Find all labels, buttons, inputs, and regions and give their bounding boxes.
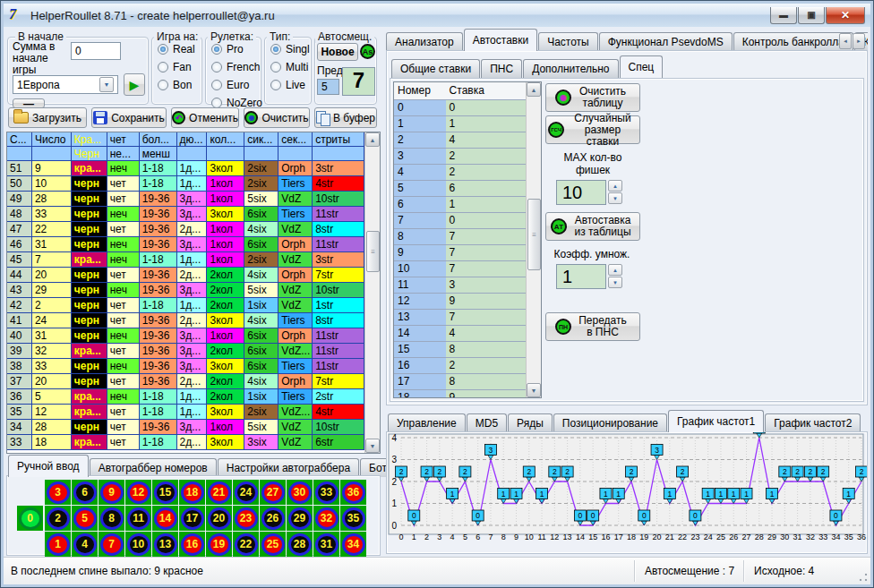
tab-позиционирование[interactable]: Позиционирование bbox=[553, 413, 667, 432]
table-cell[interactable]: 3str bbox=[313, 161, 364, 176]
table-cell[interactable]: 6six bbox=[244, 328, 278, 344]
roulette-number-30[interactable]: 30 bbox=[287, 480, 313, 505]
spins-scrollbar[interactable]: ▲ ≡ ▼ bbox=[364, 132, 380, 453]
table-cell[interactable]: 7str bbox=[313, 374, 364, 389]
tab-ручной-ввод[interactable]: Ручной ввод bbox=[8, 455, 89, 477]
table-cell[interactable]: 5six bbox=[244, 283, 278, 298]
table-cell[interactable]: 33 bbox=[32, 359, 72, 374]
table-cell[interactable]: 2six bbox=[244, 405, 278, 420]
table-cell[interactable]: 38 bbox=[7, 359, 32, 374]
subtab-дополнительно[interactable]: Дополнительно bbox=[523, 59, 618, 78]
table-cell[interactable]: 2д... bbox=[177, 313, 208, 328]
table-row[interactable]: 3932кра...чет19-363д...2кол6sixVdZ...11s… bbox=[7, 344, 364, 359]
table-cell[interactable]: 19-36 bbox=[140, 192, 177, 207]
bet-value-cell[interactable]: 0 bbox=[446, 100, 526, 115]
table-cell[interactable]: Orph bbox=[278, 237, 313, 252]
table-cell[interactable]: 2д... bbox=[177, 222, 208, 237]
roulette-number-34[interactable]: 34 bbox=[340, 532, 366, 557]
table-row[interactable]: 4928чернчет19-363д...1кол5sixVdZ10str bbox=[7, 192, 364, 207]
scroll-down-icon[interactable]: ▼ bbox=[527, 383, 541, 397]
roulette-number-12[interactable]: 12 bbox=[125, 480, 151, 505]
table-cell[interactable]: 7str bbox=[313, 268, 364, 283]
table-cell[interactable]: 43 bbox=[7, 283, 32, 298]
table-cell[interactable]: черн bbox=[72, 313, 107, 328]
roulette-number-35[interactable]: 35 bbox=[340, 506, 366, 531]
bet-value-cell[interactable]: 0 bbox=[446, 213, 526, 228]
table-cell[interactable]: 1-18 bbox=[140, 161, 177, 176]
radio-roulette-euro[interactable]: Euro bbox=[211, 79, 261, 91]
table-cell[interactable]: 2кол bbox=[207, 389, 244, 405]
table-cell[interactable]: 8str bbox=[313, 313, 364, 328]
table-cell[interactable]: 2 bbox=[32, 298, 72, 313]
table-cell[interactable]: 49 bbox=[7, 192, 32, 207]
table-cell[interactable]: 3д... bbox=[177, 237, 208, 252]
table-cell[interactable]: 4six bbox=[244, 222, 278, 237]
table-cell[interactable]: кра... bbox=[72, 161, 107, 176]
as-icon-button[interactable]: As bbox=[360, 44, 375, 59]
table-row[interactable]: 3428чернчет19-363д...1кол5sixVdZ10str bbox=[7, 420, 364, 435]
scroll-down-icon[interactable]: ▼ bbox=[365, 439, 380, 453]
table-cell[interactable]: чет bbox=[107, 435, 140, 450]
table-cell[interactable]: черн bbox=[72, 237, 107, 252]
maximize-button[interactable]: ▣ bbox=[798, 7, 825, 24]
table-cell[interactable]: 1-18 bbox=[140, 389, 177, 405]
bets-row[interactable]: 189 bbox=[394, 390, 526, 397]
radio-game-real[interactable]: Real bbox=[158, 43, 201, 55]
start-button[interactable]: ▶ bbox=[124, 73, 145, 96]
table-row[interactable]: 3720чернчет19-362д...2кол4sixOrph7str bbox=[7, 374, 364, 389]
roulette-number-3[interactable]: 3 bbox=[45, 480, 71, 505]
table-cell[interactable]: 51 bbox=[7, 161, 32, 176]
table-cell[interactable]: Orph bbox=[278, 268, 313, 283]
roulette-number-17[interactable]: 17 bbox=[179, 506, 205, 531]
table-cell[interactable]: 3д... bbox=[177, 207, 208, 222]
radio-type-multi[interactable]: Multi bbox=[270, 61, 311, 73]
table-row[interactable]: 457кра...неч1-181д...1кол2sixVdZ3str bbox=[7, 252, 364, 268]
table-cell[interactable]: неч bbox=[107, 283, 140, 298]
table-cell[interactable]: кра... bbox=[72, 405, 107, 420]
roulette-number-32[interactable]: 32 bbox=[313, 506, 339, 531]
table-cell[interactable]: 3д... bbox=[177, 192, 208, 207]
table-cell[interactable]: 2кол bbox=[207, 344, 244, 359]
table-cell[interactable]: VdZ bbox=[278, 222, 313, 237]
roulette-number-15[interactable]: 15 bbox=[152, 480, 178, 505]
table-cell[interactable]: 48 bbox=[7, 207, 32, 222]
table-cell[interactable]: неч bbox=[107, 359, 140, 374]
table-cell[interactable]: VdZ bbox=[278, 252, 313, 268]
coef-value[interactable]: 1 bbox=[556, 264, 606, 289]
table-cell[interactable]: 5six bbox=[244, 420, 278, 435]
roulette-number-18[interactable]: 18 bbox=[179, 480, 205, 505]
table-cell[interactable]: 1кол bbox=[207, 420, 244, 435]
table-cell[interactable]: VdZ... bbox=[278, 344, 313, 359]
table-cell[interactable]: 3д... bbox=[177, 344, 208, 359]
table-cell[interactable]: 3кол bbox=[207, 435, 244, 450]
table-cell[interactable]: 3кол bbox=[207, 313, 244, 328]
scroll-thumb[interactable]: ≡ bbox=[527, 199, 541, 270]
spin-up-icon[interactable]: ▲ bbox=[608, 180, 622, 192]
roulette-number-10[interactable]: 10 bbox=[125, 532, 151, 557]
roulette-number-26[interactable]: 26 bbox=[260, 506, 286, 531]
roulette-number-4[interactable]: 4 bbox=[72, 532, 98, 557]
roulette-number-29[interactable]: 29 bbox=[287, 506, 313, 531]
table-cell[interactable]: 37 bbox=[7, 374, 32, 389]
table-cell[interactable]: 2д... bbox=[177, 268, 208, 283]
table-cell[interactable]: 19-36 bbox=[140, 344, 177, 359]
table-cell[interactable]: 45 bbox=[7, 252, 32, 268]
table-cell[interactable]: неч bbox=[107, 252, 140, 268]
bets-row[interactable]: 113 bbox=[394, 277, 526, 294]
roulette-number-1[interactable]: 1 bbox=[45, 532, 71, 557]
tab-md5[interactable]: MD5 bbox=[467, 413, 507, 432]
table-cell[interactable]: 1д... bbox=[177, 176, 208, 192]
roulette-number-16[interactable]: 16 bbox=[179, 532, 205, 557]
table-cell[interactable]: 2str bbox=[313, 389, 364, 405]
scroll-up-icon[interactable]: ▲ bbox=[527, 82, 541, 97]
bets-scrollbar[interactable]: ▲ ≡ ▼ bbox=[526, 82, 541, 397]
roulette-number-23[interactable]: 23 bbox=[233, 506, 259, 531]
roulette-number-0[interactable]: 0 bbox=[17, 506, 43, 531]
scroll-up-icon[interactable]: ▲ bbox=[365, 132, 380, 147]
table-cell[interactable]: 1д... bbox=[177, 389, 208, 405]
table-cell[interactable]: 2кол bbox=[207, 374, 244, 389]
table-cell[interactable]: 11str bbox=[313, 207, 364, 222]
bets-row[interactable]: 178 bbox=[394, 374, 526, 390]
table-cell[interactable]: 1кол bbox=[207, 237, 244, 252]
table-cell[interactable]: 1str bbox=[313, 298, 364, 313]
